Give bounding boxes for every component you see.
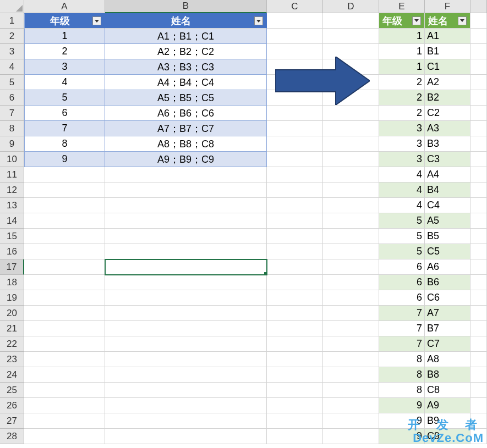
cell[interactable] bbox=[323, 398, 379, 413]
t2-cell-grade[interactable]: 5 bbox=[379, 244, 425, 259]
cell[interactable] bbox=[24, 213, 105, 229]
cell[interactable] bbox=[267, 306, 323, 321]
t2-cell-name[interactable]: A5 bbox=[425, 213, 470, 229]
cell[interactable] bbox=[105, 290, 267, 306]
cell[interactable] bbox=[323, 213, 379, 229]
cell[interactable] bbox=[267, 321, 323, 336]
t1-cell-names[interactable]: A2；B2；C2 bbox=[105, 44, 267, 59]
t2-cell-grade[interactable]: 1 bbox=[379, 59, 425, 75]
t2-cell-grade[interactable]: 5 bbox=[379, 213, 425, 229]
filter-dropdown-icon[interactable] bbox=[458, 16, 467, 25]
cell[interactable] bbox=[267, 383, 323, 398]
t2-cell-grade[interactable]: 8 bbox=[379, 352, 425, 367]
row-header-16[interactable]: 16 bbox=[0, 244, 24, 259]
cell[interactable] bbox=[267, 182, 323, 198]
cell[interactable] bbox=[105, 321, 267, 336]
row-header-28[interactable]: 28 bbox=[0, 429, 24, 444]
row-header-17[interactable]: 17 bbox=[0, 259, 24, 275]
cell[interactable] bbox=[470, 136, 487, 152]
cell[interactable] bbox=[24, 306, 105, 321]
row-header-25[interactable]: 25 bbox=[0, 383, 24, 398]
filter-dropdown-icon[interactable] bbox=[412, 16, 421, 25]
row-header-4[interactable]: 4 bbox=[0, 59, 24, 75]
cell[interactable] bbox=[470, 336, 487, 352]
t2-cell-grade[interactable]: 3 bbox=[379, 152, 425, 167]
t1-cell-grade[interactable]: 3 bbox=[24, 59, 105, 75]
cell[interactable] bbox=[24, 182, 105, 198]
t2-cell-grade[interactable]: 9 bbox=[379, 398, 425, 413]
t2-cell-grade[interactable]: 1 bbox=[379, 29, 425, 44]
cell[interactable] bbox=[323, 383, 379, 398]
col-header-C[interactable]: C bbox=[267, 0, 323, 13]
filter-dropdown-icon[interactable] bbox=[254, 16, 263, 25]
cell[interactable] bbox=[470, 106, 487, 121]
cell[interactable] bbox=[470, 213, 487, 229]
t2-cell-name[interactable]: B8 bbox=[425, 367, 470, 383]
t2-cell-grade[interactable]: 8 bbox=[379, 383, 425, 398]
t1-header-name[interactable]: 姓名 bbox=[105, 13, 267, 29]
cell[interactable] bbox=[323, 290, 379, 306]
row-header-13[interactable]: 13 bbox=[0, 198, 24, 213]
cell[interactable] bbox=[24, 352, 105, 367]
row-header-1[interactable]: 1 bbox=[0, 13, 24, 29]
cell[interactable] bbox=[24, 383, 105, 398]
t2-cell-name[interactable]: A4 bbox=[425, 167, 470, 182]
t2-cell-grade[interactable]: 3 bbox=[379, 121, 425, 136]
t1-cell-grade[interactable]: 5 bbox=[24, 90, 105, 106]
t2-cell-grade[interactable]: 1 bbox=[379, 44, 425, 59]
cell[interactable] bbox=[470, 290, 487, 306]
cell[interactable] bbox=[323, 121, 379, 136]
cell[interactable] bbox=[470, 59, 487, 75]
spreadsheet-grid[interactable]: ABCDEF1年级姓名年级姓名21A1；B1；C11A132A2；B2；C21B… bbox=[0, 0, 487, 444]
row-header-10[interactable]: 10 bbox=[0, 152, 24, 167]
t2-cell-grade[interactable]: 6 bbox=[379, 259, 425, 275]
t2-cell-grade[interactable]: 8 bbox=[379, 367, 425, 383]
t2-cell-grade[interactable]: 7 bbox=[379, 321, 425, 336]
select-all-corner[interactable] bbox=[0, 0, 24, 13]
row-header-23[interactable]: 23 bbox=[0, 352, 24, 367]
cell[interactable] bbox=[267, 413, 323, 429]
cell[interactable] bbox=[267, 13, 323, 29]
t1-cell-grade[interactable]: 8 bbox=[24, 136, 105, 152]
cell[interactable] bbox=[470, 198, 487, 213]
t2-cell-name[interactable]: B3 bbox=[425, 136, 470, 152]
cell[interactable] bbox=[323, 106, 379, 121]
t1-cell-names[interactable]: A8；B8；C8 bbox=[105, 136, 267, 152]
cell[interactable] bbox=[105, 213, 267, 229]
t2-cell-name[interactable]: A7 bbox=[425, 306, 470, 321]
cell[interactable] bbox=[267, 367, 323, 383]
t2-cell-name[interactable]: B6 bbox=[425, 275, 470, 290]
t2-cell-grade[interactable]: 6 bbox=[379, 290, 425, 306]
row-header-9[interactable]: 9 bbox=[0, 136, 24, 152]
cell[interactable] bbox=[470, 75, 487, 90]
row-header-14[interactable]: 14 bbox=[0, 213, 24, 229]
cell[interactable] bbox=[323, 367, 379, 383]
cell[interactable] bbox=[323, 229, 379, 244]
cell[interactable] bbox=[323, 413, 379, 429]
row-header-15[interactable]: 15 bbox=[0, 229, 24, 244]
t2-cell-grade[interactable]: 4 bbox=[379, 198, 425, 213]
cell[interactable] bbox=[105, 229, 267, 244]
cell[interactable] bbox=[24, 429, 105, 444]
cell[interactable] bbox=[470, 367, 487, 383]
cell[interactable] bbox=[24, 198, 105, 213]
cell[interactable] bbox=[105, 336, 267, 352]
t2-cell-name[interactable]: C5 bbox=[425, 244, 470, 259]
row-header-6[interactable]: 6 bbox=[0, 90, 24, 106]
cell[interactable] bbox=[105, 244, 267, 259]
t2-cell-name[interactable]: C2 bbox=[425, 106, 470, 121]
cell[interactable] bbox=[323, 306, 379, 321]
cell[interactable] bbox=[24, 229, 105, 244]
cell[interactable] bbox=[267, 336, 323, 352]
t2-cell-name[interactable]: B7 bbox=[425, 321, 470, 336]
cell[interactable] bbox=[470, 229, 487, 244]
cell[interactable] bbox=[24, 367, 105, 383]
cell[interactable] bbox=[267, 229, 323, 244]
t2-cell-grade[interactable]: 3 bbox=[379, 136, 425, 152]
cell[interactable] bbox=[24, 321, 105, 336]
t2-cell-name[interactable]: C6 bbox=[425, 290, 470, 306]
cell[interactable] bbox=[470, 167, 487, 182]
cell[interactable] bbox=[470, 13, 487, 29]
row-header-11[interactable]: 11 bbox=[0, 167, 24, 182]
t2-cell-name[interactable]: B2 bbox=[425, 90, 470, 106]
